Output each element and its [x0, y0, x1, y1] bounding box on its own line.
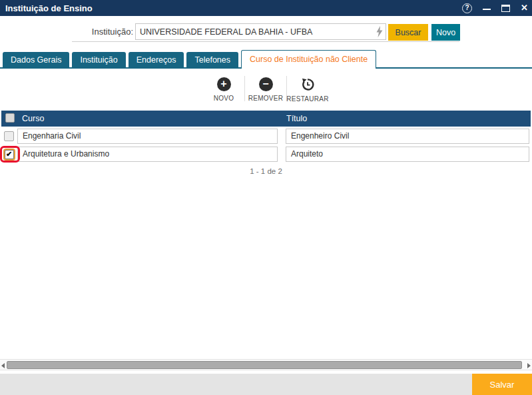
minus-circle-icon: − — [259, 77, 273, 91]
institution-label: Instituição: — [92, 27, 133, 37]
restore-icon — [300, 77, 315, 92]
column-header-curso: Curso — [22, 111, 44, 127]
curso-cell[interactable]: Engenharia Civil — [17, 129, 278, 144]
maximize-icon[interactable] — [501, 5, 510, 12]
minimize-icon[interactable] — [483, 9, 491, 10]
tab-curso-instituicao-nao-cliente[interactable]: Curso de Instituição não Cliente — [241, 50, 376, 69]
select-all-checkbox[interactable] — [5, 113, 15, 123]
footer-bar: Salvar — [0, 374, 532, 395]
horizontal-scrollbar[interactable] — [0, 359, 532, 370]
institution-input[interactable] — [135, 23, 386, 40]
curso-cell[interactable]: Arquitetura e Urbanismo — [17, 147, 278, 162]
buscar-button[interactable]: Buscar — [388, 24, 428, 41]
tab-telefones[interactable]: Telefones — [186, 52, 238, 69]
flash-icon — [375, 26, 384, 37]
institution-dialog: Instituição de Ensino ? ✕ Instituição: B… — [0, 0, 532, 395]
close-icon[interactable]: ✕ — [521, 0, 528, 16]
column-header-titulo: Título — [286, 111, 307, 127]
restaurar-toolbar-button[interactable]: RESTAURAR — [287, 75, 328, 103]
table-row: Engenharia Civil Engenheiro Civil — [0, 127, 532, 145]
scrollbar-thumb[interactable] — [7, 361, 522, 369]
window-title: Instituição de Ensino — [0, 3, 93, 13]
titulo-cell[interactable]: Arquiteto — [286, 147, 529, 162]
pagination-text: 1 - 1 de 2 — [0, 167, 532, 175]
table-row: Arquitetura e Urbanismo Arquiteto — [0, 145, 532, 163]
remover-toolbar-label: REMOVER — [248, 95, 284, 102]
novo-toolbar-label: NOVO — [214, 95, 234, 102]
tab-instituicao[interactable]: Instituição — [72, 52, 125, 69]
titulo-cell[interactable]: Engenheiro Civil — [286, 129, 529, 144]
separator-line — [72, 41, 459, 42]
tab-bar: Dados Gerais Instituição Endereços Telef… — [3, 50, 379, 69]
novo-toolbar-button[interactable]: + NOVO — [203, 75, 244, 103]
titlebar: Instituição de Ensino ? ✕ — [0, 0, 532, 16]
window-controls: ? ✕ — [462, 0, 528, 16]
tab-enderecos[interactable]: Endereços — [129, 52, 184, 69]
row-checkbox[interactable] — [4, 131, 14, 141]
novo-button[interactable]: Novo — [431, 24, 460, 41]
scroll-right-arrow[interactable] — [527, 363, 531, 368]
course-toolbar: + NOVO − REMOVER RESTAURAR — [203, 75, 328, 103]
tab-dados-gerais[interactable]: Dados Gerais — [3, 52, 69, 69]
remover-toolbar-button[interactable]: − REMOVER — [245, 75, 286, 103]
salvar-button[interactable]: Salvar — [472, 374, 532, 395]
plus-circle-icon: + — [217, 77, 231, 91]
row-checkbox-checked[interactable] — [5, 150, 14, 159]
table-header: Curso Título — [1, 111, 531, 127]
help-icon[interactable]: ? — [462, 3, 472, 13]
restaurar-toolbar-label: RESTAURAR — [286, 95, 329, 103]
scroll-left-arrow[interactable] — [1, 363, 5, 368]
